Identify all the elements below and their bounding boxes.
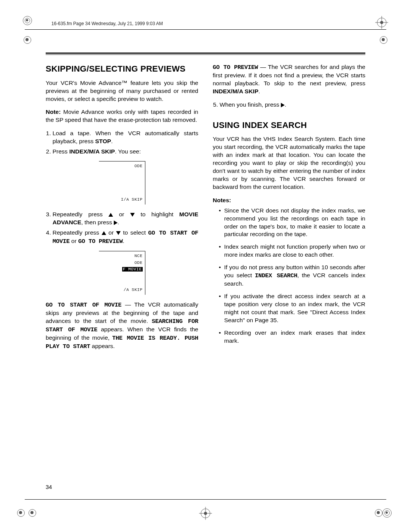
document-page: 16-635.fm Page 34 Wednesday, July 21, 19… bbox=[0, 0, 411, 532]
list-item: Recording over an index mark erases that… bbox=[224, 329, 365, 345]
list-item: If you do not press any button within 10… bbox=[224, 264, 365, 288]
registration-mark-icon bbox=[199, 507, 212, 520]
body-text: Your VCR has the VHS Index Search System… bbox=[213, 135, 365, 191]
footer-rule bbox=[25, 499, 386, 500]
dot-mark-icon bbox=[29, 509, 36, 517]
osd-screen: ODE I/A SKIP bbox=[99, 161, 145, 204]
steps-list: Load a tape. When the VCR automatically … bbox=[46, 129, 198, 156]
crop-mark-icon bbox=[23, 16, 34, 27]
play-icon bbox=[281, 103, 285, 107]
section-rule bbox=[46, 53, 365, 55]
heading-index-search: USING INDEX SEARCH bbox=[213, 120, 365, 131]
dot-mark-icon bbox=[380, 36, 387, 44]
up-icon bbox=[102, 231, 106, 235]
up-icon bbox=[108, 213, 113, 217]
note-label: Note: bbox=[46, 109, 61, 115]
body-text: GO TO START OF MOVIE — The VCR automatic… bbox=[46, 301, 198, 351]
right-column: GO TO PREVIEW — The VCR searches for and… bbox=[213, 63, 365, 356]
list-item: When you finish, press . bbox=[220, 101, 365, 109]
body-text: GO TO PREVIEW — The VCR searches for and… bbox=[213, 63, 365, 96]
note-text: Note: Movie Advance works only with tape… bbox=[46, 108, 198, 124]
dot-mark-icon bbox=[24, 36, 31, 44]
list-item: If you activate the direct access index … bbox=[224, 292, 365, 324]
left-column: SKIPPING/SELECTING PREVIEWS Your VCR's M… bbox=[46, 63, 198, 356]
notes-list: Since the VCR does not display the index… bbox=[213, 207, 365, 345]
running-header: 16-635.fm Page 34 Wednesday, July 21, 19… bbox=[51, 21, 386, 26]
steps-list: Repeatedly press or to highlight MOVIE A… bbox=[46, 211, 198, 246]
crop-mark-icon bbox=[382, 508, 394, 520]
content-columns: SKIPPING/SELECTING PREVIEWS Your VCR's M… bbox=[25, 63, 386, 356]
notes-label: Notes: bbox=[213, 197, 365, 204]
steps-list: When you finish, press . bbox=[213, 101, 365, 109]
header-rule bbox=[25, 29, 386, 30]
list-item: Load a tape. When the VCR automatically … bbox=[53, 129, 198, 145]
dot-mark-icon bbox=[375, 509, 382, 517]
osd-screen: NCE ODE F MOVIE /A SKIP bbox=[99, 251, 145, 295]
registration-mark-icon bbox=[375, 16, 388, 29]
list-item: Repeatedly press or to select GO TO STAR… bbox=[53, 229, 198, 246]
list-item: Index search might not function properly… bbox=[224, 243, 365, 259]
list-item: Repeatedly press or to highlight MOVIE A… bbox=[53, 211, 198, 227]
down-icon bbox=[116, 231, 121, 235]
dot-mark-icon bbox=[17, 509, 25, 517]
heading-skipping: SKIPPING/SELECTING PREVIEWS bbox=[46, 63, 198, 75]
play-icon bbox=[114, 220, 118, 225]
down-icon bbox=[130, 213, 135, 217]
list-item: Press INDEX/M/A SKIP. You see: bbox=[53, 148, 198, 156]
list-item: Since the VCR does not display the index… bbox=[224, 207, 365, 239]
body-text: Your VCR's Movie Advance™ feature lets y… bbox=[46, 79, 198, 103]
page-number: 34 bbox=[46, 484, 52, 490]
